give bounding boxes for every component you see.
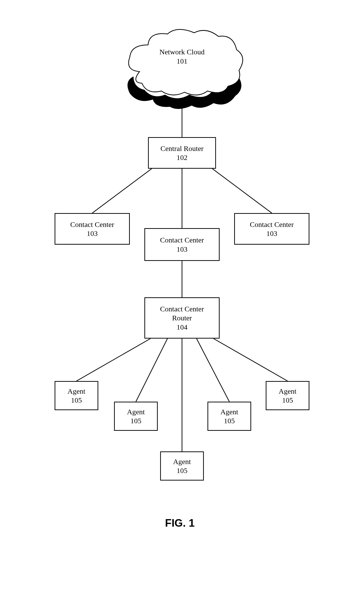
- agent-4-label: Agent: [220, 407, 238, 416]
- diagram-canvas: Network Cloud 101 Central Router 102 Con…: [0, 0, 364, 590]
- contact-center-left-node: Contact Center 103: [55, 213, 130, 245]
- agent-3-ref: 105: [177, 466, 188, 475]
- cc-router-label2: Router: [172, 313, 192, 323]
- central-router-node: Central Router 102: [148, 137, 216, 169]
- agent-2-ref: 105: [131, 416, 141, 425]
- cloud-label: Network Cloud: [159, 48, 205, 56]
- agent-1-ref: 105: [71, 396, 82, 405]
- edge-ccrouter-agent5: [214, 339, 288, 381]
- agent-5-node: Agent 105: [266, 381, 309, 410]
- agent-2-label: Agent: [127, 407, 145, 416]
- cloud-ref: 101: [177, 57, 188, 65]
- cc-left-ref: 103: [87, 229, 98, 238]
- edge-ccrouter-agent2: [136, 339, 167, 402]
- agent-4-node: Agent 105: [207, 402, 251, 431]
- agent-1-node: Agent 105: [55, 381, 98, 410]
- network-cloud-node: Network Cloud 101: [153, 47, 211, 66]
- cc-mid-label: Contact Center: [160, 235, 204, 245]
- agent-1-label: Agent: [67, 387, 85, 396]
- central-router-label: Central Router: [160, 144, 203, 153]
- cc-right-label: Contact Center: [250, 220, 294, 229]
- cc-right-ref: 103: [266, 229, 277, 238]
- edge-ccrouter-agent1: [76, 339, 150, 381]
- contact-center-mid-node: Contact Center 103: [144, 228, 220, 261]
- edge-router-cc-right: [212, 169, 272, 213]
- agent-3-label: Agent: [173, 457, 191, 466]
- cc-router-ref: 104: [177, 323, 188, 332]
- contact-center-router-node: Contact Center Router 104: [144, 297, 220, 339]
- edge-ccrouter-agent4: [197, 339, 229, 402]
- network-cloud-shape: [116, 21, 248, 113]
- agent-4-ref: 105: [224, 416, 235, 425]
- agent-5-ref: 105: [282, 396, 293, 405]
- cc-router-label1: Contact Center: [160, 304, 204, 314]
- agent-2-node: Agent 105: [114, 402, 158, 431]
- agent-3-node: Agent 105: [160, 451, 204, 481]
- edge-router-cc-left: [92, 169, 152, 213]
- agent-5-label: Agent: [279, 387, 296, 396]
- cc-mid-ref: 103: [177, 245, 188, 254]
- contact-center-right-node: Contact Center 103: [234, 213, 309, 245]
- cc-left-label: Contact Center: [70, 220, 114, 229]
- central-router-ref: 102: [177, 153, 188, 162]
